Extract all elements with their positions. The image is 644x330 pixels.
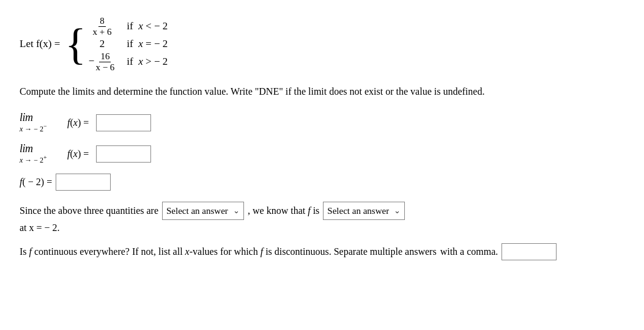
left-lim-word: lim [20,111,62,124]
function-definition: Let f(x) = { 8 x + 6 if x < − 2 2 [20,15,619,73]
denominator-1: x + 6 [92,27,113,37]
case-cond-2: if x = − 2 [127,38,168,50]
left-limit-row: lim x → − 2− f(x) = [20,111,619,134]
case-row-2: 2 if x = − 2 [89,38,168,50]
at-x-row: at x = − 2. [20,222,619,233]
let-f-label: Let f(x) = [20,38,60,50]
at-x-text: at x = − 2. [20,222,60,233]
left-limit-notation: lim x → − 2− [20,111,62,134]
dropdown2-chevron-icon: ⌄ [394,205,401,218]
left-limit-input[interactable] [96,114,151,131]
dropdown1-wrapper[interactable]: Select an answer equal not all equal ⌄ [162,202,244,220]
with-comma-text: with a comma. [440,244,498,260]
case-val-2: 2 [89,38,127,50]
numerator-1: 8 [98,16,106,27]
fraction-1: 8 x + 6 [92,16,113,37]
continuous-question-text: Is f continuous everywhere? If not, list… [20,244,437,260]
dropdown2-select[interactable]: Select an answer continuous discontinuou… [327,206,391,216]
since-prefix-text: Since the above three quantities are [20,203,158,219]
case-val-3: − 16 x − 6 [89,51,127,72]
denominator-3: x − 6 [94,62,116,73]
left-limit-fx: f(x) = [67,117,89,128]
since-row: Since the above three quantities are Sel… [20,202,619,220]
continuous-row: Is f continuous everywhere? If not, list… [20,243,619,260]
continuous-answer-input[interactable] [502,243,557,260]
case-row-3: − 16 x − 6 if x > − 2 [89,51,168,72]
right-limit-fx: f(x) = [67,148,89,160]
dropdown2-wrapper[interactable]: Select an answer continuous discontinuou… [323,202,405,220]
case-row-1: 8 x + 6 if x < − 2 [89,16,168,37]
right-lim-sub: x → − 2+ [20,154,62,165]
left-brace: { [65,22,86,66]
function-value-row: f( − 2) = [20,174,619,191]
fraction-3: 16 x − 6 [94,51,116,72]
right-lim-word: lim [20,142,62,155]
case-cond-3: if x > − 2 [127,51,168,72]
right-limit-notation: lim x → − 2+ [20,142,62,165]
function-value-label: f( − 2) = [20,177,52,188]
instructions-text: Compute the limits and determine the fun… [20,84,619,99]
right-limit-input[interactable] [96,145,151,163]
numerator-3: 16 [99,51,111,62]
left-lim-sub: x → − 2− [20,123,62,134]
case-val-1: 8 x + 6 [89,16,127,37]
cases-table: 8 x + 6 if x < − 2 2 if x = − 2 − 16 [89,15,168,73]
brace-system: { 8 x + 6 if x < − 2 2 if x = − 2 [65,15,168,73]
right-limit-row: lim x → − 2+ f(x) = [20,142,619,165]
dropdown1-select[interactable]: Select an answer equal not all equal [166,206,231,216]
case-cond-1: if x < − 2 [127,16,168,37]
since-middle-text: , we know that f is [248,203,319,219]
function-value-input[interactable] [56,174,111,191]
dropdown1-chevron-icon: ⌄ [233,205,240,218]
problem-container: Let f(x) = { 8 x + 6 if x < − 2 2 [20,15,619,260]
